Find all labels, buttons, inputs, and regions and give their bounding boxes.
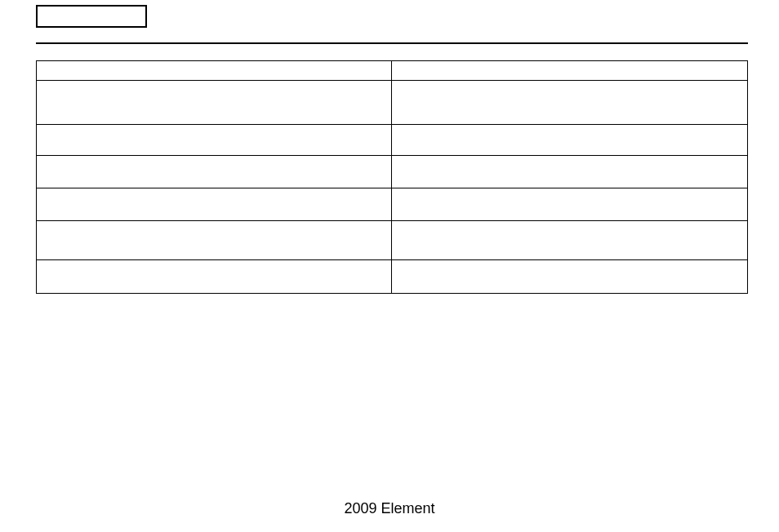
table-cell (37, 81, 392, 124)
footer-text: 2009 Element (0, 500, 779, 517)
table-row (37, 260, 747, 293)
table-row (37, 125, 747, 156)
table-cell (392, 188, 747, 220)
horizontal-rule (36, 42, 748, 44)
table-cell (37, 61, 392, 80)
table-cell (37, 188, 392, 220)
table-cell (392, 260, 747, 293)
table-cell (37, 221, 392, 259)
table-cell (392, 61, 747, 80)
table-cell (392, 125, 747, 155)
table-row (37, 188, 747, 221)
table-row (37, 156, 747, 188)
table-row (37, 81, 747, 125)
data-table (36, 60, 748, 294)
table-cell (392, 156, 747, 188)
table-cell (37, 125, 392, 155)
table-cell (37, 156, 392, 188)
table-cell (37, 260, 392, 293)
footer-label: 2009 Element (344, 500, 434, 516)
table-row (37, 61, 747, 81)
table-cell (392, 81, 747, 124)
header-box (36, 5, 147, 28)
table-cell (392, 221, 747, 259)
table-row (37, 221, 747, 260)
